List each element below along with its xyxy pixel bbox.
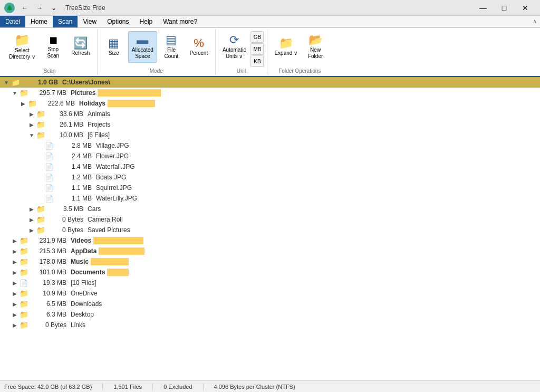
percent-button[interactable]: % Percent	[186, 31, 212, 63]
forward-button[interactable]: →	[33, 3, 46, 13]
allocated-space-button[interactable]: ▬ AllocatedSpace	[128, 31, 157, 63]
folder-icon: 📁	[36, 120, 45, 129]
tree-row[interactable]: ▶ 📁 3.5 MB Cars	[0, 204, 540, 214]
root-toggle[interactable]: ▼	[2, 80, 11, 85]
tree-row[interactable]: ▶ 📁 231.9 MB Videos	[0, 235, 540, 246]
cluster-status: 4,096 Bytes per Cluster (NTFS)	[214, 384, 295, 390]
menu-item-wantmore[interactable]: Want more?	[158, 16, 202, 27]
unit-group-buttons: ⟳ AutomaticUnits ∨ GB MB KB	[219, 31, 264, 67]
tree-row[interactable]: 📄 1.2 MB Boats.JPG	[0, 172, 540, 183]
folder-icon: 📁	[19, 268, 28, 276]
status-sep-2	[152, 383, 153, 390]
toggle-collapsed[interactable]: ▶	[27, 227, 36, 233]
row-size: 19.3 MB	[28, 279, 71, 286]
tree-row[interactable]: ▶ 📁 6.5 MB Downloads	[0, 299, 540, 309]
title-bar: 🌲 ← → ⌄ TreeSize Free — □ ✕	[0, 0, 540, 16]
titlebar-controls: — □ ✕	[472, 0, 536, 16]
tree-row[interactable]: ▶ 📁 101.0 MB Documents	[0, 267, 540, 278]
tree-row[interactable]: ▶ 📁 26.1 MB Projects	[0, 119, 540, 130]
file-icon: 📄	[44, 174, 54, 181]
file-count-button[interactable]: ▤ FileCount	[158, 31, 185, 63]
tree-row[interactable]: 📄 2.8 MB Village.JPG	[0, 140, 540, 151]
toggle-collapsed[interactable]: ▶	[11, 280, 19, 286]
kb-button[interactable]: KB	[250, 55, 264, 67]
size-button[interactable]: ▦ Size	[101, 31, 127, 63]
toggle-expanded[interactable]: ▼	[11, 90, 19, 96]
toggle-collapsed[interactable]: ▶	[27, 111, 36, 117]
row-size: 101.0 MB	[28, 269, 71, 276]
menu-item-view[interactable]: View	[78, 16, 102, 27]
tree-row[interactable]: ▶ 📁 0 Bytes Camera Roll	[0, 214, 540, 225]
toggle-expanded[interactable]: ▼	[27, 132, 36, 138]
row-name: Desktop	[71, 311, 536, 318]
toggle-collapsed[interactable]: ▶	[11, 238, 19, 244]
toggle-collapsed[interactable]: ▶	[27, 122, 36, 128]
menu-item-scan[interactable]: Scan	[53, 16, 78, 27]
row-size: 6.5 MB	[28, 300, 71, 308]
toggle-collapsed[interactable]: ▶	[11, 312, 19, 318]
row-size: 1.1 MB	[54, 195, 96, 202]
auto-units-icon: ⟳	[229, 34, 239, 46]
close-button[interactable]: ✕	[515, 0, 536, 16]
automatic-units-button[interactable]: ⟳ AutomaticUnits ∨	[219, 31, 249, 63]
tree-row-root[interactable]: ▼ 📁 1.0 GB C:\Users\Jones\	[0, 77, 540, 88]
select-directory-button[interactable]: 📁 SelectDirectory ∨	[5, 31, 39, 63]
back-button[interactable]: ←	[18, 3, 32, 13]
ribbon-collapse[interactable]: ∧	[529, 17, 540, 26]
row-name: Squirrel.JPG	[96, 184, 536, 192]
toggle-collapsed[interactable]: ▶	[27, 206, 36, 212]
dropdown-button[interactable]: ⌄	[47, 3, 60, 13]
toggle-collapsed[interactable]: ▶	[11, 248, 19, 254]
maximize-button[interactable]: □	[494, 0, 515, 16]
mode-group-label: Mode	[101, 67, 212, 74]
stop-scan-button[interactable]: ⏹ StopScan	[40, 31, 66, 63]
refresh-button[interactable]: 🔄 Refresh	[68, 31, 94, 63]
new-folder-icon: 📂	[308, 34, 323, 46]
toggle-collapsed[interactable]: ▶	[11, 291, 19, 297]
tree-row[interactable]: ▶ 📁 0 Bytes Links	[0, 320, 540, 330]
tree-row[interactable]: ▶ 📁 10.9 MB OneDrive	[0, 288, 540, 299]
menu-item-help[interactable]: Help	[134, 16, 158, 27]
size-bar	[107, 269, 129, 276]
menu-item-datei[interactable]: Datei	[0, 16, 25, 27]
row-name: Village.JPG	[96, 142, 536, 149]
tree-row[interactable]: ▶ 📁 222.6 MB Holidays	[0, 98, 540, 109]
toggle-collapsed[interactable]: ▶	[19, 101, 27, 107]
expand-button[interactable]: 📁 Expand ∨	[271, 31, 301, 63]
percent-label: Percent	[190, 50, 208, 56]
expand-label: Expand ∨	[274, 50, 297, 56]
file-icon: 📄	[44, 163, 54, 171]
gb-button[interactable]: GB	[250, 31, 264, 43]
tree-row[interactable]: ▶ 📁 178.0 MB Music	[0, 256, 540, 267]
toggle-collapsed[interactable]: ▶	[11, 322, 19, 328]
toggle-collapsed[interactable]: ▶	[11, 259, 19, 265]
menu-item-home[interactable]: Home	[25, 16, 53, 27]
tree-row[interactable]: ▶ 📁 6.3 MB Desktop	[0, 309, 540, 320]
tree-row[interactable]: 📄 1.4 MB Waterfall.JPG	[0, 161, 540, 172]
menu-item-options[interactable]: Options	[102, 16, 134, 27]
minimize-button[interactable]: —	[472, 0, 494, 16]
tree-row[interactable]: ▶ 📁 33.6 MB Animals	[0, 109, 540, 119]
row-name: WaterLilly.JPG	[96, 195, 536, 202]
scan-group-label: Scan	[5, 67, 94, 74]
tree-row[interactable]: ▼ 📁 295.7 MB Pictures	[0, 88, 540, 98]
file-folder-icon: 📄	[19, 279, 28, 287]
tree-row[interactable]: 📄 1.1 MB Squirrel.JPG	[0, 183, 540, 193]
new-folder-button[interactable]: 📂 NewFolder	[302, 31, 329, 63]
toggle-collapsed[interactable]: ▶	[11, 301, 19, 307]
root-size: 1.0 GB	[20, 79, 62, 86]
tree-view[interactable]: ▼ 📁 1.0 GB C:\Users\Jones\ ▼ 📁 295.7 MB …	[0, 77, 540, 380]
file-count-label: FileCount	[165, 47, 179, 60]
tree-row[interactable]: 📄 2.4 MB Flower.JPG	[0, 151, 540, 161]
tree-row[interactable]: 📄 1.1 MB WaterLilly.JPG	[0, 193, 540, 204]
tree-row[interactable]: ▶ 📁 215.3 MB AppData	[0, 246, 540, 256]
mb-button[interactable]: MB	[250, 43, 264, 55]
tree-row[interactable]: ▶ 📁 0 Bytes Saved Pictures	[0, 225, 540, 235]
toggle-collapsed[interactable]: ▶	[11, 270, 19, 275]
row-size: 231.9 MB	[28, 237, 71, 244]
folder-ops-buttons: 📁 Expand ∨ 📂 NewFolder	[271, 31, 329, 67]
tree-row[interactable]: ▶ 📄 19.3 MB [10 Files]	[0, 278, 540, 288]
tree-row[interactable]: ▼ 📁 10.0 MB [6 Files]	[0, 130, 540, 140]
toggle-collapsed[interactable]: ▶	[27, 217, 36, 223]
file-count-icon: ▤	[166, 34, 177, 46]
